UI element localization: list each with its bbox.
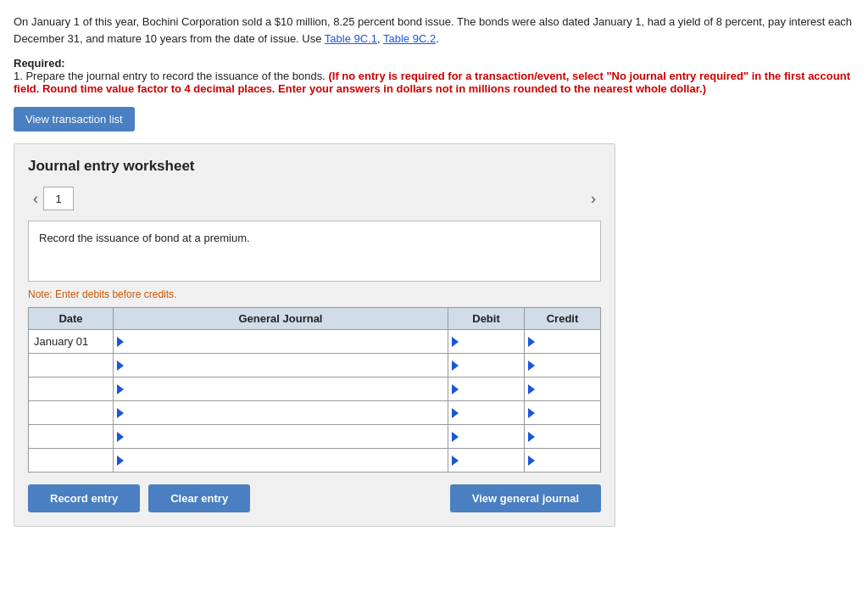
credit-cell-1[interactable]	[525, 330, 601, 354]
journal-cell-1[interactable]	[114, 330, 448, 354]
debit-cell-5[interactable]	[448, 425, 525, 449]
credit-indicator-4	[528, 408, 535, 418]
debit-input-2[interactable]	[459, 354, 524, 377]
debit-indicator-2	[452, 361, 459, 371]
table-row	[29, 401, 601, 425]
debit-indicator-5	[452, 432, 459, 442]
view-general-journal-button[interactable]: View general journal	[450, 484, 601, 512]
credit-cell-4[interactable]	[525, 401, 601, 425]
row-indicator-5	[117, 432, 124, 442]
journal-input-4[interactable]	[124, 401, 448, 424]
journal-cell-5[interactable]	[114, 425, 448, 449]
date-cell-3	[29, 378, 114, 401]
journal-input-6[interactable]	[124, 449, 448, 472]
date-cell-5	[29, 425, 114, 449]
row-indicator-4	[117, 408, 124, 418]
credit-indicator-6	[528, 456, 535, 466]
debit-cell-1[interactable]	[448, 330, 525, 354]
debit-indicator-6	[452, 456, 459, 466]
date-cell-6	[29, 449, 114, 473]
credit-indicator-2	[528, 361, 535, 371]
debit-input-6[interactable]	[459, 449, 524, 472]
journal-entry-worksheet: Journal entry worksheet ‹ 1 › Record the…	[14, 143, 615, 527]
journal-input-1[interactable]	[124, 330, 448, 353]
note-text: Note: Enter debits before credits.	[28, 288, 601, 300]
debit-input-3[interactable]	[459, 378, 524, 400]
required-label: Required:	[14, 57, 65, 70]
prev-page-button[interactable]: ‹	[28, 188, 43, 210]
credit-cell-5[interactable]	[525, 425, 601, 449]
credit-cell-6[interactable]	[525, 449, 601, 473]
debit-cell-3[interactable]	[448, 378, 525, 401]
table-9c2-link[interactable]: Table 9C.2	[383, 32, 436, 45]
date-cell-4	[29, 401, 114, 425]
debit-indicator-1	[452, 337, 459, 347]
credit-input-6[interactable]	[535, 449, 600, 472]
worksheet-title: Journal entry worksheet	[28, 158, 601, 175]
row-indicator-6	[117, 456, 124, 466]
header-general-journal: General Journal	[114, 308, 448, 330]
journal-cell-2[interactable]	[114, 354, 448, 378]
table-row	[29, 354, 601, 378]
table-row: January 01	[29, 330, 601, 354]
debit-cell-4[interactable]	[448, 401, 525, 425]
row-indicator-2	[117, 361, 124, 371]
credit-input-3[interactable]	[535, 378, 600, 400]
table-row	[29, 449, 601, 473]
journal-table: Date General Journal Debit Credit Januar…	[28, 307, 601, 473]
debit-cell-2[interactable]	[448, 354, 525, 378]
page-number: 1	[43, 187, 74, 210]
journal-cell-6[interactable]	[114, 449, 448, 473]
row-indicator-3	[117, 384, 124, 394]
credit-indicator-1	[528, 337, 535, 347]
next-page-button[interactable]: ›	[586, 188, 601, 210]
journal-cell-4[interactable]	[114, 401, 448, 425]
debit-indicator-4	[452, 408, 459, 418]
debit-input-5[interactable]	[459, 425, 524, 448]
header-date: Date	[29, 308, 114, 330]
credit-indicator-3	[528, 384, 535, 394]
worksheet-nav: ‹ 1 ›	[28, 187, 601, 210]
debit-cell-6[interactable]	[448, 449, 525, 473]
table-row	[29, 425, 601, 449]
required-step: 1. Prepare the journal entry to record t…	[14, 70, 854, 95]
debit-input-1[interactable]	[459, 330, 524, 353]
credit-cell-3[interactable]	[525, 378, 601, 401]
journal-input-3[interactable]	[124, 378, 448, 400]
record-entry-button[interactable]: Record entry	[28, 484, 140, 512]
clear-entry-button[interactable]: Clear entry	[148, 484, 250, 512]
view-transaction-button[interactable]: View transaction list	[14, 107, 135, 131]
action-buttons: Record entry Clear entry View general jo…	[28, 484, 601, 512]
header-credit: Credit	[525, 308, 601, 330]
credit-cell-2[interactable]	[525, 354, 601, 378]
header-debit: Debit	[448, 308, 525, 330]
worksheet-description: Record the issuance of bond at a premium…	[28, 221, 601, 282]
date-cell-2	[29, 354, 114, 378]
journal-input-5[interactable]	[124, 425, 448, 448]
table-row	[29, 378, 601, 401]
credit-indicator-5	[528, 432, 535, 442]
credit-input-4[interactable]	[535, 401, 600, 424]
required-section: Required: 1. Prepare the journal entry t…	[14, 57, 854, 95]
journal-input-2[interactable]	[124, 354, 448, 377]
date-cell-1: January 01	[29, 330, 114, 354]
debit-indicator-3	[452, 384, 459, 394]
table-9c1-link[interactable]: Table 9C.1	[325, 32, 377, 45]
debit-input-4[interactable]	[459, 401, 524, 424]
credit-input-5[interactable]	[535, 425, 600, 448]
journal-cell-3[interactable]	[114, 378, 448, 401]
row-indicator-1	[117, 337, 124, 347]
credit-input-1[interactable]	[535, 330, 600, 353]
intro-paragraph: On January 1 of this year, Bochini Corpo…	[14, 14, 854, 47]
credit-input-2[interactable]	[535, 354, 600, 377]
